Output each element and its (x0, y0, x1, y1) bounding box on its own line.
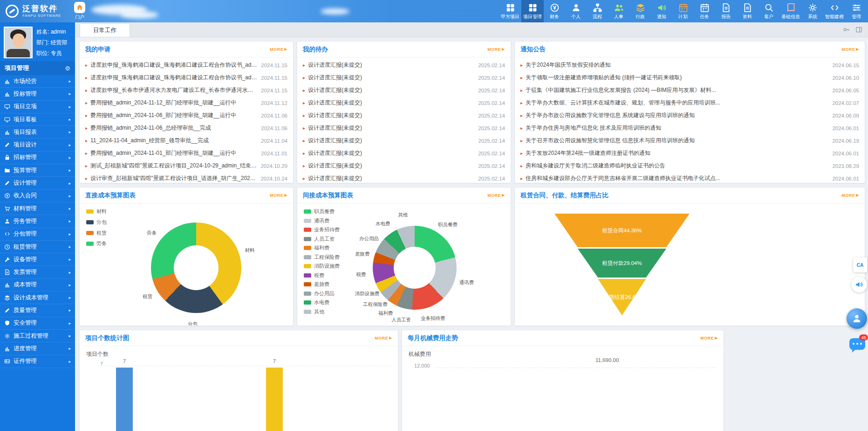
legend-item[interactable]: 其他 (304, 308, 340, 315)
legend-item[interactable]: 职员餐费 (304, 208, 340, 215)
list-item[interactable]: ▸设计进度汇报(未提交)2025.02.14 (303, 71, 505, 84)
sidebar-item[interactable]: 施工过程管理▸ (0, 330, 75, 342)
more-link[interactable]: MORE▶ (841, 47, 859, 52)
topnav-module[interactable]: 计划 (672, 0, 694, 22)
list-item[interactable]: ▸关于2024年国庆节放假安排的通知2024.06.15 (520, 59, 859, 71)
legend-item[interactable]: 租赁 (86, 229, 107, 236)
legend-item[interactable]: 劳务 (86, 240, 107, 247)
sidebar-item[interactable]: 成本管理▸ (0, 279, 75, 292)
list-item[interactable]: ▸11_2024-11-04_admin_经营部_领导审批__完成2024.11… (85, 134, 287, 147)
layout-panel-icon[interactable] (855, 26, 862, 33)
list-item[interactable]: ▸设计进度汇报(未提交)2025.02.14 (303, 109, 505, 122)
legend-item[interactable]: 福利费 (304, 244, 340, 251)
funnel-segment[interactable]: 租赁结算26.6% (554, 279, 690, 315)
legend-item[interactable]: 消防设施费 (304, 263, 340, 270)
sidebar-item[interactable]: 项目报表▸ (0, 126, 75, 139)
project-count-bar[interactable] (116, 368, 133, 431)
sidebar-item[interactable]: 项目设计▸ (0, 139, 75, 151)
sidebar-item[interactable]: 租赁管理▸ (0, 241, 75, 253)
list-item[interactable]: ▸设计进度汇报(未提交)2025.02.14 (303, 172, 505, 183)
sidebar-item[interactable]: 预算管理▸ (0, 164, 75, 177)
topnav-module[interactable]: 智能建模 (823, 0, 846, 22)
list-item[interactable]: ▸关于发放2024年第24批一级建造师注册证书的通知2024.06.01 (520, 147, 859, 160)
sidebar-item[interactable]: 进度管理▸ (0, 342, 75, 355)
topnav-module[interactable]: 行政 (629, 0, 651, 22)
topnav-module[interactable]: 通知 (651, 0, 672, 22)
legend-item[interactable]: 业务招待费 (304, 226, 340, 233)
sidebar-item[interactable]: 项目立项▸ (0, 101, 75, 113)
list-item[interactable]: ▸测试_彭祖新城“四馆”景观工程设计项目_2024-10-29_admin_结束… (85, 160, 287, 172)
more-link[interactable]: MORE▶ (270, 193, 287, 198)
list-item[interactable]: ▸设计审查_彭祖新城“四馆”景观工程设计项目_请选择_胡广生_2024-10-2… (85, 172, 287, 183)
list-item[interactable]: ▸关于领取一级注册建造师增项贴的通知 (须持一建证书前来领取)2024.06.1… (520, 71, 859, 84)
list-item[interactable]: ▸设计进度汇报(未提交)2025.02.14 (303, 84, 505, 97)
sidebar-item[interactable]: 投标管理▸ (0, 88, 75, 100)
list-item[interactable]: ▸费用报销_admin_2024-11-12_部门经理审批_胡建__运行中202… (85, 97, 287, 109)
tab-daily-work[interactable]: 日常工作 (80, 23, 130, 37)
sidebar-item[interactable]: 收入合同▸ (0, 190, 75, 202)
topnav-module[interactable]: 管理 (846, 0, 867, 22)
legend-item[interactable]: 税费 (304, 272, 340, 279)
app-logo[interactable]: 泛普软件 FANPU SOFTWARE (0, 5, 61, 18)
customer-service-button[interactable] (847, 308, 867, 329)
list-item[interactable]: ▸费用报销_admin_2024-11-01_部门经理审批_胡建__运行中202… (85, 147, 287, 160)
sidebar-item[interactable]: 设备管理▸ (0, 253, 75, 266)
list-item[interactable]: ▸进度款申报_长春市伊通河水力发电厂建设工程_长春市伊通河水力发电...2024… (85, 84, 287, 97)
ca-widget-tab[interactable]: CA (853, 257, 867, 272)
legend-item[interactable]: 工程保险费 (304, 254, 340, 261)
list-item[interactable]: ▸关于召开市政公用设施智慧化管理信息 信息技术与应用培训班的通知2024.06.… (520, 134, 859, 147)
topnav-module[interactable]: 甲方项目 (499, 0, 521, 22)
topnav-module[interactable]: 系统 (802, 0, 823, 22)
list-item[interactable]: ▸进度款申报_珠海鹤港口建设_珠海鹤港口建设工程合作协议书_admin_...2… (85, 59, 287, 71)
list-item[interactable]: ▸设计进度汇报(未提交)2025.02.14 (303, 134, 505, 147)
funnel-segment[interactable]: 租赁付款29.04% (554, 249, 690, 278)
more-link[interactable]: MORE▶ (700, 336, 718, 341)
sidebar-item[interactable]: 招标管理▸ (0, 152, 75, 164)
list-item[interactable]: ▸关于举办住房与房地产信息化 技术及应用培训班的通知2024.06.01 (520, 122, 859, 134)
key-icon[interactable] (843, 26, 850, 33)
sidebar-item[interactable]: 设计成本管理▸ (0, 292, 75, 304)
list-item[interactable]: ▸设计进度汇报(未提交)2025.02.14 (303, 97, 505, 109)
list-item[interactable]: ▸住房和城乡建设部办公厅关于同意吉林省开展二级建造师执业证书电子化试点...20… (520, 172, 859, 183)
legend-item[interactable]: 分包 (86, 219, 107, 226)
list-item[interactable]: ▸关于举办大数据、云计算技术在城市建设、规划、管理与服务中的应用培训班...20… (520, 97, 859, 109)
chat-button[interactable]: 45 (848, 335, 867, 354)
topnav-module[interactable]: 项目管理 (521, 0, 544, 22)
list-item[interactable]: ▸设计进度汇报(未提交)2025.02.14 (303, 147, 505, 160)
sidebar-item[interactable]: 市场经营▸ (0, 75, 75, 88)
topnav-module[interactable]: 人事 (608, 0, 629, 22)
service-icon[interactable] (851, 277, 867, 292)
list-item[interactable]: ▸设计进度汇报(未提交)2025.02.14 (303, 160, 505, 172)
topnav-module[interactable]: 任务 (694, 0, 715, 22)
legend-item[interactable]: 办公用品 (304, 290, 340, 297)
sidebar-item[interactable]: 安全管理▸ (0, 317, 75, 330)
topnav-module[interactable]: 个人 (565, 0, 587, 22)
list-item[interactable]: ▸设计进度汇报(未提交)2025.02.14 (303, 59, 505, 71)
more-link[interactable]: MORE▶ (375, 336, 392, 341)
list-item[interactable]: ▸房和城乡建设厅关于取消二级建造师临时执业证书的公告2023.08.29 (520, 160, 859, 172)
sidebar-item[interactable]: 发票管理▸ (0, 266, 75, 278)
topnav-module[interactable]: 客户 (758, 0, 779, 22)
funnel-segment[interactable]: 租赁合同44.36% (554, 214, 690, 247)
topnav-module[interactable]: 财务 (544, 0, 565, 22)
sidebar-item[interactable]: 分包管理▸ (0, 228, 75, 241)
list-item[interactable]: ▸关于举办市政公用设施数字化管理信息 系统建设与应用培训班的通知2024.06.… (520, 109, 859, 122)
list-item[interactable]: ▸费用报销_admin_2024-11-06_部门经理审批_胡建__运行中202… (85, 109, 287, 122)
sidebar-item[interactable]: 项目看板▸ (0, 113, 75, 126)
more-link[interactable]: MORE▶ (487, 193, 505, 198)
legend-item[interactable]: 材料 (86, 208, 107, 215)
topnav-module[interactable]: 基础信息 (779, 0, 802, 22)
nav-portal[interactable]: 门户 (68, 0, 92, 22)
more-link[interactable]: MORE▶ (270, 47, 287, 52)
list-item[interactable]: ▸进度款申报_珠海鹤港口建设_珠海鹤港口建设工程合作协议书_admin_...2… (85, 71, 287, 84)
topnav-module[interactable]: 流程 (587, 0, 608, 22)
legend-item[interactable]: 差旅费 (304, 281, 340, 288)
avatar[interactable] (4, 27, 33, 58)
sidebar-item[interactable]: 证件管理▸ (0, 355, 75, 368)
sidebar-item[interactable]: 劳务管理▸ (0, 215, 75, 228)
more-link[interactable]: MORE▶ (841, 193, 859, 198)
more-link[interactable]: MORE▶ (487, 47, 505, 52)
topnav-module[interactable]: 资料 (737, 0, 758, 22)
list-item[interactable]: ▸设计进度汇报(未提交)2025.02.14 (303, 122, 505, 134)
legend-item[interactable]: 水电费 (304, 299, 340, 306)
